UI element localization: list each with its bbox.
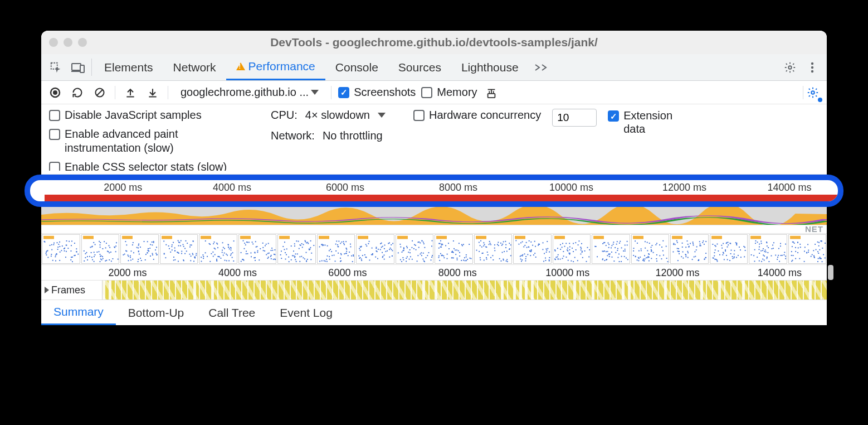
frames-track[interactable]: Frames	[41, 281, 827, 300]
css-stats-checkbox[interactable]: Enable CSS selector stats (slow)	[49, 161, 243, 171]
zoom-window-button[interactable]	[78, 38, 87, 47]
svg-rect-868	[648, 260, 649, 262]
minimize-window-button[interactable]	[64, 38, 72, 47]
network-overview[interactable]: NET	[41, 225, 827, 234]
screenshot-thumb[interactable]	[513, 234, 552, 264]
svg-point-6	[811, 66, 813, 68]
flamechart-ruler[interactable]: 2000 ms 4000 ms 6000 ms 8000 ms 10000 ms…	[41, 265, 827, 281]
frames-track-header[interactable]: Frames	[41, 281, 103, 300]
hardware-concurrency-input[interactable]	[552, 109, 597, 127]
clear-button[interactable]	[91, 84, 108, 101]
svg-rect-1094	[811, 254, 812, 255]
svg-rect-1009	[727, 242, 728, 243]
svg-rect-803	[615, 247, 616, 248]
svg-rect-194	[192, 253, 193, 254]
svg-rect-462	[323, 244, 324, 245]
svg-rect-336	[272, 250, 273, 251]
svg-rect-168	[131, 250, 132, 252]
svg-rect-993	[723, 243, 724, 244]
more-menu-icon[interactable]	[801, 62, 823, 73]
screenshot-thumb[interactable]	[396, 234, 434, 264]
upload-button[interactable]	[122, 84, 139, 101]
screenshot-thumb[interactable]	[631, 234, 670, 264]
screenshot-thumb[interactable]	[592, 234, 630, 264]
device-toolbar-icon[interactable]	[67, 54, 89, 80]
svg-rect-15	[43, 236, 54, 239]
svg-rect-547	[417, 255, 418, 256]
screenshot-thumb[interactable]	[710, 234, 748, 264]
memory-checkbox[interactable]: Memory	[421, 86, 477, 99]
screenshot-thumb[interactable]	[81, 234, 120, 264]
garbage-collect-button[interactable]	[483, 84, 500, 101]
tab-performance[interactable]: Performance	[226, 54, 325, 80]
screenshot-thumb[interactable]	[670, 234, 709, 264]
screenshot-thumb[interactable]	[553, 234, 591, 264]
svg-rect-1088	[824, 258, 825, 259]
scrollbar[interactable]	[828, 265, 833, 280]
svg-rect-1076	[777, 257, 778, 258]
domain-selector[interactable]: googlechrome.github.io ...	[175, 84, 324, 101]
svg-rect-1089	[799, 247, 801, 248]
screenshot-thumb[interactable]	[277, 234, 316, 264]
tab-call-tree[interactable]: Call Tree	[196, 300, 267, 325]
checkbox-label: Disable JavaScript samples	[65, 109, 202, 122]
screenshot-thumb[interactable]	[42, 234, 80, 264]
svg-rect-17	[62, 245, 63, 247]
svg-rect-828	[620, 241, 621, 242]
svg-rect-222	[170, 252, 171, 253]
close-window-button[interactable]	[49, 38, 58, 47]
screenshots-filmstrip[interactable]: // thumbnails generated below via loop a…	[41, 234, 827, 265]
svg-rect-903	[638, 260, 639, 261]
advanced-paint-checkbox[interactable]: Enable advanced paint instrumentation (s…	[49, 127, 243, 155]
disable-js-checkbox[interactable]: Disable JavaScript samples	[49, 109, 243, 122]
screenshot-thumb[interactable]	[474, 234, 513, 264]
svg-rect-314	[255, 260, 256, 261]
svg-rect-378	[285, 252, 286, 253]
screenshot-thumb[interactable]	[238, 234, 277, 264]
tab-sources[interactable]: Sources	[388, 54, 451, 80]
record-button[interactable]	[47, 84, 64, 101]
svg-rect-419	[326, 245, 328, 247]
svg-rect-529	[413, 248, 414, 249]
checkbox-label: Hardware concurrency	[429, 109, 541, 122]
screenshot-thumb[interactable]	[749, 234, 787, 264]
svg-rect-699	[534, 241, 535, 242]
svg-rect-34	[74, 243, 75, 244]
screenshots-checkbox[interactable]: Screenshots	[338, 86, 416, 99]
tab-event-log[interactable]: Event Log	[267, 300, 345, 325]
tabs-overflow-button[interactable]	[529, 54, 554, 80]
tab-elements[interactable]: Elements	[94, 54, 163, 80]
svg-rect-138	[138, 259, 139, 260]
svg-rect-604	[464, 257, 465, 258]
tab-lighthouse[interactable]: Lighthouse	[451, 54, 529, 80]
hardware-concurrency-checkbox[interactable]: Hardware concurrency	[413, 109, 541, 122]
screenshot-thumb[interactable]	[435, 234, 473, 264]
tab-network[interactable]: Network	[163, 54, 226, 80]
tab-console[interactable]: Console	[325, 54, 388, 80]
cpu-overview-chart[interactable]	[41, 207, 827, 225]
svg-rect-146	[140, 247, 141, 248]
svg-rect-584	[457, 259, 458, 260]
inspect-element-icon[interactable]	[45, 54, 67, 80]
overview-ruler[interactable]: 2000 ms 4000 ms 6000 ms 8000 ms 10000 ms…	[30, 180, 838, 195]
capture-settings-icon[interactable]	[804, 84, 821, 101]
settings-icon[interactable]	[779, 61, 801, 74]
svg-rect-532	[421, 252, 422, 253]
screenshot-thumb[interactable]	[160, 234, 198, 264]
tab-summary[interactable]: Summary	[41, 300, 116, 325]
download-button[interactable]	[144, 84, 161, 101]
cpu-throttle-select[interactable]: 4× slowdown	[305, 109, 386, 122]
screenshot-thumb[interactable]	[120, 234, 159, 264]
screenshot-thumb[interactable]	[317, 234, 355, 264]
ruler-tick: 8000 ms	[438, 267, 477, 279]
tab-label: Console	[335, 61, 378, 74]
svg-rect-1097	[813, 255, 815, 257]
extension-data-checkbox[interactable]: Extension data	[608, 109, 685, 136]
reload-record-button[interactable]	[69, 84, 86, 101]
tab-bottom-up[interactable]: Bottom-Up	[116, 300, 196, 325]
network-throttle-select[interactable]: No throttling	[323, 129, 383, 142]
screenshot-thumb[interactable]	[199, 234, 237, 264]
svg-rect-57	[46, 254, 47, 255]
screenshot-thumb[interactable]	[356, 234, 394, 264]
screenshot-thumb[interactable]	[788, 234, 827, 264]
